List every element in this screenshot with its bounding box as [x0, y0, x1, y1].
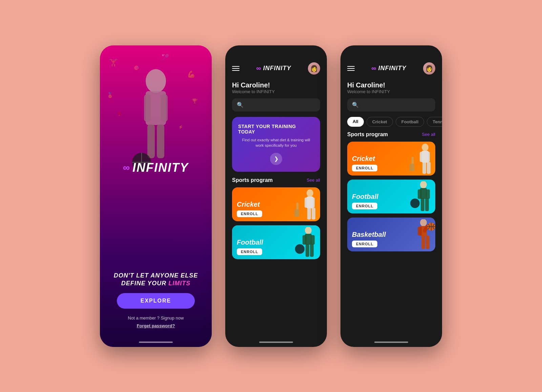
header-logo: ∞ INFINITY	[256, 64, 291, 72]
svg-rect-2	[144, 95, 151, 122]
header-brand-name: INFINITY	[263, 65, 291, 72]
splash-cta-area: DON'T LET ANYONE ELSE DEFINE YOUR LIMITS…	[114, 272, 198, 330]
svg-rect-3	[161, 95, 168, 122]
svg-point-37	[410, 199, 420, 208]
training-banner: START YOUR TRAINING TODAY Find out exact…	[232, 117, 320, 172]
svg-rect-11	[307, 208, 311, 220]
search-bar-3[interactable]: 🔍	[347, 98, 435, 111]
forget-password-link[interactable]: Forget password?	[137, 323, 175, 328]
svg-rect-12	[312, 208, 315, 220]
svg-rect-20	[310, 244, 314, 257]
svg-rect-10	[311, 198, 315, 208]
svg-rect-26	[426, 152, 430, 162]
svg-rect-27	[422, 162, 426, 174]
svg-rect-17	[303, 235, 307, 245]
svg-rect-14	[294, 209, 299, 217]
basketball-card-3: Basketball ENROLL	[347, 218, 435, 251]
cricket-enroll-button-3[interactable]: ENROLL	[352, 165, 377, 171]
filter-tab-all[interactable]: All	[347, 117, 364, 127]
brand-name: INFINITY	[132, 161, 189, 175]
football-player-figure	[290, 225, 320, 259]
banner-description: Find out exactly what diet & training wi…	[238, 137, 314, 148]
see-all-link[interactable]: See all	[307, 178, 320, 183]
home-phone: ∞ INFINITY 👩 Hi Caroline! Welcome to INF…	[225, 45, 327, 347]
cricket-card: Cricket ENROLL	[232, 187, 320, 221]
filter-tab-tennis[interactable]: Tenn	[427, 117, 442, 127]
filter-tab-football[interactable]: Football	[396, 117, 424, 127]
svg-rect-33	[418, 189, 422, 199]
football-sport-name: Football	[237, 239, 263, 246]
explore-button[interactable]: EXPLORE	[117, 293, 195, 309]
svg-rect-25	[420, 152, 424, 162]
filter-tab-cricket[interactable]: Cricket	[367, 117, 393, 127]
infinity-icon: ∞	[123, 162, 130, 173]
cricket-card-content: Cricket ENROLL	[237, 201, 262, 217]
svg-rect-43	[426, 235, 430, 249]
basketball-enroll-button-3[interactable]: ENROLL	[352, 241, 377, 247]
football-card-3: Football ENROLL	[347, 180, 435, 213]
football-card-content-3: Football ENROLL	[352, 193, 378, 209]
sports-section-title: Sports program	[232, 177, 273, 183]
splash-logo: ∞ INFINITY	[123, 161, 189, 175]
football-card: Football ENROLL	[232, 225, 320, 259]
svg-rect-19	[306, 244, 309, 257]
avatar[interactable]: 👩	[308, 62, 320, 75]
cricket-card-3: Cricket ENROLL	[347, 142, 435, 176]
basketball-player-figure-3	[405, 218, 435, 251]
basketball-sport-name-3: Basketball	[352, 231, 386, 239]
header-brand-name-3: INFINITY	[378, 65, 406, 72]
home-indicator	[139, 342, 173, 343]
menu-button[interactable]	[232, 66, 239, 71]
football-enroll-button-3[interactable]: ENROLL	[352, 203, 377, 209]
filter-tabs: All Cricket Football Tenn	[340, 117, 442, 131]
svg-rect-9	[305, 198, 309, 208]
svg-rect-30	[410, 164, 414, 171]
cricket-enroll-button[interactable]: ENROLL	[237, 210, 262, 217]
menu-button-3[interactable]	[347, 66, 355, 71]
football-enroll-button[interactable]: ENROLL	[237, 248, 262, 255]
splash-phone: 🏋️ 🏸 💪 🏅 🏆 ⚡ 🎯 🥊 ∞ INFINITY DON'T LE	[100, 45, 212, 347]
cricket-player-figure	[290, 187, 320, 221]
basketball-card-content-3: Basketball ENROLL	[352, 231, 386, 247]
sports-section-title-3: Sports program	[347, 131, 388, 138]
svg-rect-28	[427, 162, 431, 174]
svg-rect-4	[147, 124, 155, 158]
search-bar[interactable]: 🔍	[232, 98, 320, 111]
cricket-player-figure-3	[405, 142, 435, 176]
header-infinity-icon-3: ∞	[371, 64, 376, 72]
tagline: DON'T LET ANYONE ELSE DEFINE YOUR LIMITS	[114, 272, 198, 288]
greeting-name: Hi Caroline!	[232, 81, 320, 89]
svg-point-15	[305, 227, 312, 234]
svg-rect-18	[311, 235, 315, 245]
svg-point-0	[146, 69, 166, 93]
header-logo-3: ∞ INFINITY	[371, 64, 406, 72]
banner-arrow-button[interactable]: ❯	[270, 153, 282, 165]
svg-point-23	[422, 144, 429, 151]
banner-title: START YOUR TRAINING TODAY	[238, 124, 314, 135]
avatar-3[interactable]: 👩	[423, 62, 435, 75]
greeting-name-3: Hi Caroline!	[347, 81, 435, 89]
greeting-area-3: Hi Caroline! Welcome to INFINITY	[340, 80, 442, 98]
member-area: Not a member ? Signup now Forget passwor…	[128, 314, 184, 330]
greeting-welcome: Welcome to INFINITY	[232, 89, 320, 94]
svg-rect-36	[425, 198, 429, 211]
football-player-figure-3	[405, 180, 435, 213]
svg-rect-42	[421, 235, 425, 249]
football-card-content: Football ENROLL	[237, 239, 263, 255]
sports-section-header: Sports program See all	[225, 177, 327, 187]
see-all-link-3[interactable]: See all	[422, 132, 435, 137]
search-icon: 🔍	[237, 102, 244, 108]
app-header-3: ∞ INFINITY 👩	[340, 45, 442, 80]
home-indicator-2	[259, 342, 293, 343]
svg-rect-35	[421, 198, 424, 211]
sports-section-header-3: Sports program See all	[340, 131, 442, 142]
svg-point-31	[420, 181, 427, 188]
search-icon-3: 🔍	[352, 102, 359, 108]
svg-point-38	[420, 219, 427, 226]
svg-point-7	[307, 189, 313, 197]
filtered-home-phone: ∞ INFINITY 👩 Hi Caroline! Welcome to INF…	[340, 45, 442, 347]
svg-rect-5	[157, 124, 164, 158]
svg-rect-34	[426, 189, 430, 199]
cricket-sport-name-3: Cricket	[352, 155, 377, 163]
cricket-sport-name: Cricket	[237, 201, 262, 208]
